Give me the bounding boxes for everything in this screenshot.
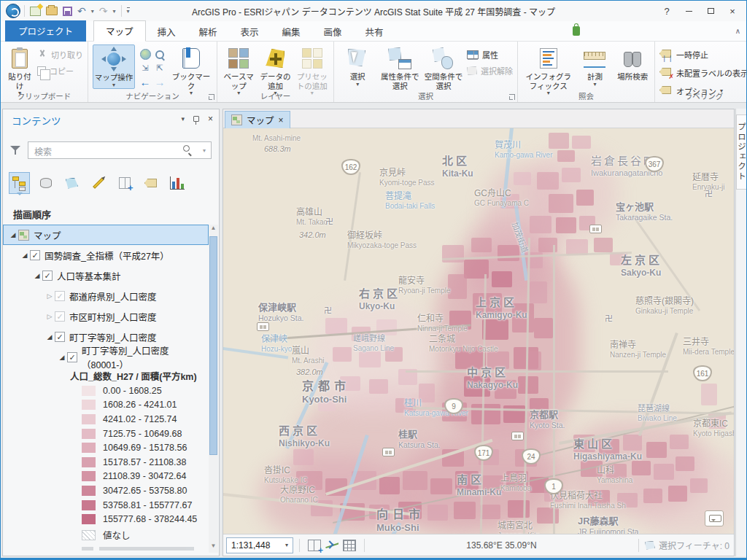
list-by-drawing-order-icon[interactable] (9, 172, 30, 194)
basemap-button[interactable]: ベースマップ▾ (222, 44, 255, 96)
legend-swatch[interactable] (82, 500, 96, 510)
add-data-button[interactable]: データの追加▾ (258, 44, 292, 96)
choropleth-block (676, 456, 694, 471)
cut-button[interactable]: 切り取り (37, 47, 83, 62)
minimize-button[interactable] (678, 2, 700, 20)
tab-編集[interactable]: 編集 (271, 22, 312, 42)
legend-swatch[interactable] (82, 471, 96, 481)
grid-toggle-icon[interactable] (343, 540, 356, 551)
layer-tree-item[interactable]: ◢✓町丁字等別_人口密度（80001-） (3, 347, 209, 368)
legend-swatch[interactable] (82, 443, 96, 453)
tab-解析[interactable]: 解析 (187, 22, 229, 42)
legend-swatch[interactable] (82, 514, 96, 524)
layer-checkbox[interactable]: ✓ (55, 291, 65, 301)
legend-swatch[interactable] (82, 414, 96, 424)
select-by-location-button[interactable]: 空間条件で選択 (423, 44, 464, 90)
attributes-button[interactable]: 属性 (467, 47, 513, 62)
project-pane-tab[interactable]: プロジェクト (736, 114, 747, 190)
layer-tree-item[interactable]: ▷✓市区町村別_人口密度 (3, 306, 209, 327)
layer-checkbox[interactable]: ✓ (67, 352, 77, 362)
map-view-tab[interactable]: マップ × (225, 111, 290, 128)
tab-画像[interactable]: 画像 (312, 22, 354, 42)
layer-tree-item[interactable]: ◢マップ (3, 225, 209, 245)
legend-swatch[interactable] (82, 386, 96, 396)
map-label-en: Nishikyo-Ku (279, 438, 330, 449)
copy-button[interactable]: コピー (37, 63, 83, 78)
select-button[interactable]: 選択▾ (338, 44, 376, 88)
next-extent-icon[interactable]: → (155, 77, 166, 88)
clear-selection-button[interactable]: 選択解除 (467, 63, 513, 78)
fixed-zoom-in-icon[interactable]: ⇲ (142, 64, 148, 72)
no-value-swatch[interactable] (82, 530, 96, 540)
expander-icon[interactable]: ▷ (44, 292, 55, 300)
search-icon[interactable] (183, 145, 193, 155)
layer-checkbox[interactable]: ✓ (55, 311, 65, 322)
expander-icon[interactable]: ◢ (44, 333, 55, 341)
fixed-zoom-out-icon[interactable]: ⇱ (156, 64, 163, 72)
tab-マップ[interactable]: マップ (93, 20, 146, 42)
pin-icon[interactable] (193, 116, 199, 122)
pan-to-icon[interactable] (325, 540, 338, 551)
contents-scrollbar[interactable]: ▲ ▼ (209, 225, 218, 553)
new-bookmark-icon[interactable] (308, 540, 321, 551)
legend-row: 1608.26 - 4241.01 (3, 398, 209, 413)
scroll-down-icon[interactable]: ▼ (209, 542, 218, 553)
full-extent-icon[interactable] (140, 49, 151, 60)
expander-icon[interactable]: ◢ (20, 252, 30, 259)
expander-icon[interactable]: ◢ (8, 231, 18, 238)
layer-checkbox[interactable]: ✓ (55, 332, 65, 342)
zoom-to-selection-icon[interactable] (155, 50, 165, 60)
expander-icon[interactable]: ◢ (32, 272, 42, 279)
pane-menu-icon[interactable]: ▾ (181, 115, 185, 122)
legend-swatch[interactable] (82, 486, 96, 496)
legend-swatch[interactable] (82, 457, 96, 467)
list-by-charts-icon[interactable] (166, 172, 187, 194)
layer-checkbox[interactable]: ✓ (42, 271, 53, 281)
tab-挿入[interactable]: 挿入 (146, 22, 187, 42)
list-by-selection-icon[interactable] (61, 172, 82, 194)
tab-共有[interactable]: 共有 (354, 22, 395, 42)
collapse-ribbon-icon[interactable]: ∧ (735, 27, 740, 35)
expander-icon[interactable]: ◢ (57, 354, 67, 361)
list-by-snapping-icon[interactable] (114, 172, 135, 194)
layer-tree-item[interactable]: ◢✓人口等基本集計 (3, 265, 209, 286)
measure-button[interactable]: 計測▾ (578, 44, 613, 88)
tab-project[interactable]: プロジェクト (5, 20, 86, 42)
bookmarks-button[interactable]: ブックマーク▾ (170, 44, 212, 96)
feedback-bubble-icon[interactable] (705, 510, 724, 526)
list-by-editing-icon[interactable] (88, 172, 109, 194)
scrollbar-thumb[interactable] (209, 236, 217, 455)
filter-icon[interactable] (10, 145, 20, 155)
infographics-button[interactable]: インフォグラフィックス▾ (522, 44, 575, 96)
map-label-jp: 卍 (605, 314, 613, 324)
scroll-up-icon[interactable]: ▲ (209, 225, 218, 235)
legend-swatch[interactable] (82, 429, 96, 439)
explore-button[interactable]: マップ操作▾ (93, 44, 135, 89)
close-pane-icon[interactable]: × (208, 114, 213, 123)
maximize-button[interactable] (700, 2, 721, 20)
unplaced-labels-button[interactable]: ✗ 未配置ラベルの表示 (659, 66, 747, 80)
search-dropdown-icon[interactable]: ▾ (203, 147, 206, 154)
expander-icon[interactable]: ▷ (44, 313, 55, 320)
notification-icon[interactable] (573, 26, 580, 36)
help-button[interactable]: ? (656, 2, 678, 20)
previous-extent-icon[interactable]: ← (140, 77, 151, 88)
pause-labeling-button[interactable]: ❘❘ 一時停止 (659, 47, 747, 62)
layer-tree-item[interactable]: ▷✓都道府県別_人口密度 (3, 286, 209, 306)
legend-swatch[interactable] (82, 400, 96, 410)
list-by-data-source-icon[interactable] (35, 172, 56, 194)
locate-button[interactable]: 場所検索 (615, 44, 650, 82)
close-button[interactable]: × (721, 2, 743, 20)
map-label-jp: 京都駅 (530, 409, 565, 421)
add-preset-button[interactable]: プリセットの追加▾ (295, 44, 329, 96)
paste-button[interactable]: 貼り付け▾ (5, 44, 34, 96)
tab-表示[interactable]: 表示 (229, 22, 271, 42)
close-view-icon[interactable]: × (279, 115, 284, 125)
list-by-labeling-icon[interactable] (140, 172, 161, 194)
scale-dropdown[interactable]: 1:131,448▾ (226, 537, 293, 553)
select-by-attributes-button[interactable]: 属性条件で選択 (379, 44, 420, 90)
choropleth-block (562, 168, 581, 182)
map-canvas[interactable]: Mt. Asahi-mine688.3m京見峠Kyomi-toge Pass菩提… (223, 128, 734, 534)
layer-tree-item[interactable]: ◢✓国勢調査_全指標（平成27年） (3, 245, 209, 265)
layer-checkbox[interactable]: ✓ (30, 250, 40, 260)
